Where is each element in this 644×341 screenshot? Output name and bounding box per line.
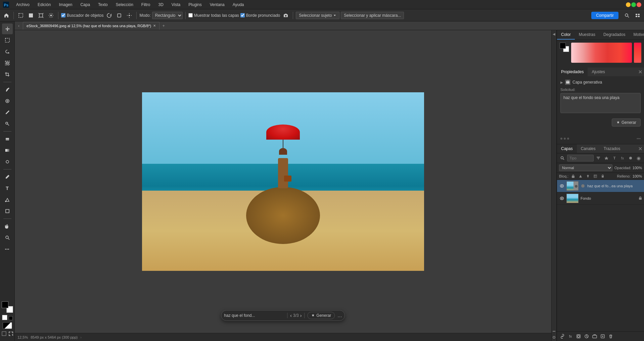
compartir-button[interactable]: Compartir xyxy=(591,12,618,19)
menu-ayuda[interactable]: Ayuda xyxy=(231,2,245,8)
lock-move-btn[interactable] xyxy=(585,174,591,179)
layers-filter-btn-sm[interactable] xyxy=(627,155,634,161)
tool-marquee[interactable] xyxy=(2,35,13,46)
tab-canales[interactable]: Canales xyxy=(577,144,600,153)
layers-filter-btn-fx[interactable]: fx xyxy=(619,155,626,161)
layer-delete-btn[interactable] xyxy=(607,333,614,340)
marquee-rect-button[interactable] xyxy=(16,11,25,20)
change-screen-mode-button[interactable] xyxy=(8,331,13,336)
tool-more[interactable]: ••• xyxy=(2,244,13,254)
layers-filter-btn-1[interactable] xyxy=(595,155,602,161)
blend-mode-select[interactable]: Normal Disolver Oscurecer Multiplicar xyxy=(559,164,612,171)
tab-swatches[interactable]: Muestras xyxy=(575,30,599,40)
home-button[interactable] xyxy=(2,11,11,20)
layers-filter-btn-t[interactable]: T xyxy=(611,155,618,161)
tab-trazados[interactable]: Trazados xyxy=(600,144,625,153)
gen-input[interactable] xyxy=(224,313,284,318)
lock-pixels-btn[interactable] xyxy=(570,174,576,179)
menu-seleccion[interactable]: Selección xyxy=(114,2,135,8)
menu-plugins[interactable]: Plugins xyxy=(187,2,203,8)
tool-crop[interactable] xyxy=(2,69,13,80)
document-tab[interactable]: eStock_368809496.jpeg al 12,5% (haz que … xyxy=(23,22,159,30)
strip-icon-1[interactable] xyxy=(552,329,556,334)
canvas-more-info[interactable]: › xyxy=(80,335,82,339)
menu-vista[interactable]: Vista xyxy=(170,2,182,8)
layer-link-btn[interactable] xyxy=(559,333,566,340)
settings-button[interactable] xyxy=(47,11,55,20)
modo-select[interactable]: Rectángulo xyxy=(152,12,183,19)
tool-type[interactable]: T xyxy=(2,183,13,194)
tab-capas[interactable]: Capas xyxy=(557,144,577,153)
layers-search-box[interactable] xyxy=(567,155,594,161)
tab-prev-button[interactable]: ‹ xyxy=(16,23,21,29)
tab-propiedades[interactable]: Propiedades xyxy=(557,67,588,76)
workspace-button[interactable] xyxy=(633,11,642,20)
menu-imagen[interactable]: Imagen xyxy=(57,2,74,8)
layers-filter-btn-2[interactable] xyxy=(603,155,610,161)
canvas-image[interactable] xyxy=(142,92,424,271)
borde-check-input[interactable] xyxy=(240,13,245,17)
menu-filtro[interactable]: Filtro xyxy=(140,2,152,8)
seleccionar-sujeto-button[interactable]: Seleccionar sujeto xyxy=(296,12,339,19)
tab-gradients[interactable]: Degradados xyxy=(599,30,629,40)
tool-shape[interactable] xyxy=(2,206,13,216)
swap-colors-button[interactable] xyxy=(9,316,13,320)
tool-brush[interactable] xyxy=(2,107,13,118)
layers-panel-close[interactable] xyxy=(639,144,644,153)
tab-next-button[interactable]: + xyxy=(161,23,166,29)
layers-search-input[interactable] xyxy=(569,156,591,160)
fullscreen-button[interactable] xyxy=(115,11,124,20)
lock-paint-btn[interactable] xyxy=(578,174,583,179)
tool-dodge[interactable] xyxy=(2,156,13,167)
tool-object-select[interactable] xyxy=(2,58,13,68)
gen-prev-button[interactable]: ‹ xyxy=(290,313,292,318)
opacidad-value[interactable]: 100% xyxy=(633,166,642,170)
minimize-button[interactable] xyxy=(626,2,631,7)
tool-path-select[interactable] xyxy=(2,194,13,205)
layer-visibility-2[interactable] xyxy=(559,196,564,201)
fg-color-swatch[interactable] xyxy=(2,301,8,308)
refresh-button[interactable] xyxy=(105,11,113,20)
tool-gradient[interactable] xyxy=(2,145,13,156)
borde-checkbox[interactable]: Borde pronunciado xyxy=(240,13,280,18)
transform-button[interactable] xyxy=(37,11,45,20)
menu-ventana[interactable]: Ventana xyxy=(209,2,226,8)
tool-clone[interactable] xyxy=(2,118,13,129)
tool-pen[interactable] xyxy=(2,172,13,182)
tab-motivos[interactable]: Motivos xyxy=(629,30,644,40)
marquee-fill-button[interactable] xyxy=(27,11,35,20)
gen-more-button[interactable]: ... xyxy=(337,312,342,319)
menu-texto[interactable]: Texto xyxy=(97,2,109,8)
tool-hand[interactable] xyxy=(2,221,13,232)
close-button[interactable] xyxy=(637,2,641,7)
mostrar-checkbox[interactable]: Muestrar todas las capas xyxy=(188,13,239,18)
fg-swatch[interactable] xyxy=(560,43,566,49)
tool-eraser[interactable] xyxy=(2,134,13,144)
tool-healing[interactable] xyxy=(2,96,13,106)
camera-button[interactable] xyxy=(281,11,290,20)
gen-next-button[interactable]: › xyxy=(300,313,302,318)
gen-generate-button[interactable]: Generar xyxy=(307,312,335,319)
layer-item-generative[interactable]: haz que el fo...ea una playa xyxy=(557,180,644,192)
maximize-button[interactable] xyxy=(631,2,636,7)
layer-add-btn[interactable] xyxy=(599,333,606,340)
quick-mask-button[interactable] xyxy=(3,322,12,329)
menu-3d[interactable]: 3D xyxy=(157,2,165,8)
strip-icon-2[interactable] xyxy=(552,335,556,340)
menu-edicion[interactable]: Edición xyxy=(36,2,52,8)
tool-move[interactable] xyxy=(2,23,13,34)
config-button[interactable] xyxy=(125,11,134,20)
tool-lasso[interactable] xyxy=(2,46,13,57)
buscador-checkbox[interactable]: Buscador de objetos xyxy=(61,13,103,18)
buscador-check-input[interactable] xyxy=(61,13,65,17)
color-swatches[interactable] xyxy=(2,301,13,313)
layer-visibility-1[interactable] xyxy=(559,183,564,189)
screen-mode-button[interactable] xyxy=(1,331,7,336)
layer-adjustment-btn[interactable] xyxy=(583,333,590,340)
layer-mask-btn[interactable] xyxy=(575,333,582,340)
tool-zoom[interactable] xyxy=(2,232,13,243)
tab-close-button[interactable]: ✕ xyxy=(153,24,156,28)
mostrar-check-input[interactable] xyxy=(188,13,193,17)
layer-group-btn[interactable] xyxy=(591,333,598,340)
menu-archivo[interactable]: Archivo xyxy=(15,2,31,8)
